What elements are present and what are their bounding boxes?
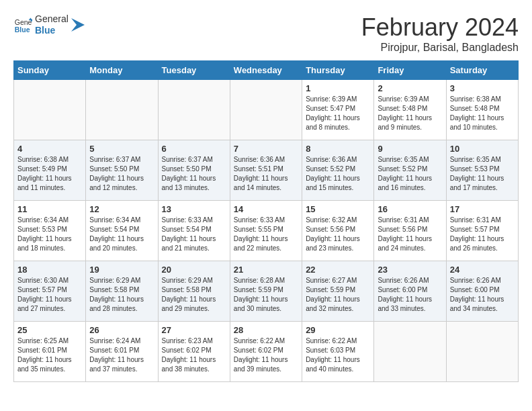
calendar-week-row: 25Sunrise: 6:25 AMSunset: 6:01 PMDayligh… [14,322,519,382]
day-info: Sunrise: 6:38 AMSunset: 5:49 PMDaylight:… [17,155,82,193]
logo: General Blue General Blue [13,13,85,36]
day-number: 29 [306,325,370,335]
table-row: 6Sunrise: 6:37 AMSunset: 5:50 PMDaylight… [158,140,230,201]
table-row [374,322,446,382]
table-row: 14Sunrise: 6:33 AMSunset: 5:55 PMDayligh… [230,201,302,261]
day-number: 13 [162,204,226,214]
day-number: 2 [378,83,442,93]
day-number: 1 [306,83,370,93]
table-row: 1Sunrise: 6:39 AMSunset: 5:47 PMDaylight… [302,80,374,140]
day-info: Sunrise: 6:34 AMSunset: 5:54 PMDaylight:… [89,216,154,253]
table-row: 29Sunrise: 6:22 AMSunset: 6:03 PMDayligh… [302,322,374,382]
logo-icon: General Blue [13,15,32,34]
day-info: Sunrise: 6:33 AMSunset: 5:55 PMDaylight:… [234,216,298,253]
table-row [446,322,518,382]
day-info: Sunrise: 6:34 AMSunset: 5:53 PMDaylight:… [17,216,82,253]
day-number: 7 [234,144,298,154]
day-info: Sunrise: 6:37 AMSunset: 5:50 PMDaylight:… [89,155,154,193]
calendar-week-row: 1Sunrise: 6:39 AMSunset: 5:47 PMDaylight… [14,80,519,140]
day-number: 15 [306,204,370,214]
day-info: Sunrise: 6:31 AMSunset: 5:57 PMDaylight:… [450,216,515,253]
day-number: 18 [17,265,82,275]
table-row: 10Sunrise: 6:35 AMSunset: 5:53 PMDayligh… [446,140,518,201]
calendar-week-row: 4Sunrise: 6:38 AMSunset: 5:49 PMDaylight… [14,140,519,201]
col-thursday: Thursday [302,61,374,80]
day-number: 12 [89,204,154,214]
table-row: 2Sunrise: 6:39 AMSunset: 5:48 PMDaylight… [374,80,446,140]
day-number: 3 [450,83,515,93]
day-info: Sunrise: 6:33 AMSunset: 5:54 PMDaylight:… [162,216,226,253]
table-row: 21Sunrise: 6:28 AMSunset: 5:59 PMDayligh… [230,261,302,322]
logo-general-text: General [35,13,69,25]
day-info: Sunrise: 6:36 AMSunset: 5:51 PMDaylight:… [234,155,298,193]
day-info: Sunrise: 6:26 AMSunset: 6:00 PMDaylight:… [450,276,515,314]
day-info: Sunrise: 6:39 AMSunset: 5:47 PMDaylight:… [306,95,370,132]
table-row [158,80,230,140]
day-info: Sunrise: 6:37 AMSunset: 5:50 PMDaylight:… [162,155,226,193]
table-row [86,80,158,140]
table-row: 7Sunrise: 6:36 AMSunset: 5:51 PMDaylight… [230,140,302,201]
day-info: Sunrise: 6:22 AMSunset: 6:02 PMDaylight:… [234,336,298,374]
day-number: 23 [378,265,442,275]
day-number: 8 [306,144,370,154]
day-number: 26 [89,325,154,335]
day-number: 10 [450,144,515,154]
table-row: 27Sunrise: 6:23 AMSunset: 6:02 PMDayligh… [158,322,230,382]
day-info: Sunrise: 6:29 AMSunset: 5:58 PMDaylight:… [162,276,226,314]
table-row: 28Sunrise: 6:22 AMSunset: 6:02 PMDayligh… [230,322,302,382]
col-tuesday: Tuesday [158,61,230,80]
table-row: 26Sunrise: 6:24 AMSunset: 6:01 PMDayligh… [86,322,158,382]
svg-text:Blue: Blue [15,25,30,33]
col-sunday: Sunday [14,61,86,80]
day-number: 25 [17,325,82,335]
day-number: 19 [89,265,154,275]
col-monday: Monday [86,61,158,80]
day-info: Sunrise: 6:36 AMSunset: 5:52 PMDaylight:… [306,155,370,193]
day-number: 11 [17,204,82,214]
table-row: 17Sunrise: 6:31 AMSunset: 5:57 PMDayligh… [446,201,518,261]
table-row: 22Sunrise: 6:27 AMSunset: 5:59 PMDayligh… [302,261,374,322]
table-row: 20Sunrise: 6:29 AMSunset: 5:58 PMDayligh… [158,261,230,322]
table-row: 16Sunrise: 6:31 AMSunset: 5:56 PMDayligh… [374,201,446,261]
title-block: February 2024 Pirojpur, Barisal, Banglad… [361,13,519,54]
table-row: 23Sunrise: 6:26 AMSunset: 6:00 PMDayligh… [374,261,446,322]
table-row: 11Sunrise: 6:34 AMSunset: 5:53 PMDayligh… [14,201,86,261]
day-number: 22 [306,265,370,275]
table-row: 9Sunrise: 6:35 AMSunset: 5:52 PMDaylight… [374,140,446,201]
day-info: Sunrise: 6:31 AMSunset: 5:56 PMDaylight:… [378,216,442,253]
day-info: Sunrise: 6:22 AMSunset: 6:03 PMDaylight:… [306,336,370,374]
day-info: Sunrise: 6:29 AMSunset: 5:58 PMDaylight:… [89,276,154,314]
table-row [14,80,86,140]
table-row: 19Sunrise: 6:29 AMSunset: 5:58 PMDayligh… [86,261,158,322]
day-info: Sunrise: 6:25 AMSunset: 6:01 PMDaylight:… [17,336,82,374]
table-row: 13Sunrise: 6:33 AMSunset: 5:54 PMDayligh… [158,201,230,261]
day-number: 27 [162,325,226,335]
day-info: Sunrise: 6:38 AMSunset: 5:48 PMDaylight:… [450,95,515,132]
location-subtitle: Pirojpur, Barisal, Bangladesh [361,42,519,54]
table-row [230,80,302,140]
day-info: Sunrise: 6:30 AMSunset: 5:57 PMDaylight:… [17,276,82,314]
table-row: 25Sunrise: 6:25 AMSunset: 6:01 PMDayligh… [14,322,86,382]
day-number: 14 [234,204,298,214]
day-number: 5 [89,144,154,154]
logo-blue-text: Blue [35,25,69,36]
day-number: 28 [234,325,298,335]
calendar-header-row: Sunday Monday Tuesday Wednesday Thursday… [14,61,519,80]
day-number: 24 [450,265,515,275]
table-row: 18Sunrise: 6:30 AMSunset: 5:57 PMDayligh… [14,261,86,322]
table-row: 12Sunrise: 6:34 AMSunset: 5:54 PMDayligh… [86,201,158,261]
day-info: Sunrise: 6:26 AMSunset: 6:00 PMDaylight:… [378,276,442,314]
calendar-week-row: 18Sunrise: 6:30 AMSunset: 5:57 PMDayligh… [14,261,519,322]
table-row: 8Sunrise: 6:36 AMSunset: 5:52 PMDaylight… [302,140,374,201]
day-number: 6 [162,144,226,154]
day-info: Sunrise: 6:28 AMSunset: 5:59 PMDaylight:… [234,276,298,314]
col-wednesday: Wednesday [230,61,302,80]
day-info: Sunrise: 6:27 AMSunset: 5:59 PMDaylight:… [306,276,370,314]
table-row: 3Sunrise: 6:38 AMSunset: 5:48 PMDaylight… [446,80,518,140]
day-info: Sunrise: 6:23 AMSunset: 6:02 PMDaylight:… [162,336,226,374]
day-number: 21 [234,265,298,275]
col-saturday: Saturday [446,61,518,80]
logo-arrow-icon [71,18,85,32]
day-number: 9 [378,144,442,154]
day-info: Sunrise: 6:32 AMSunset: 5:56 PMDaylight:… [306,216,370,253]
